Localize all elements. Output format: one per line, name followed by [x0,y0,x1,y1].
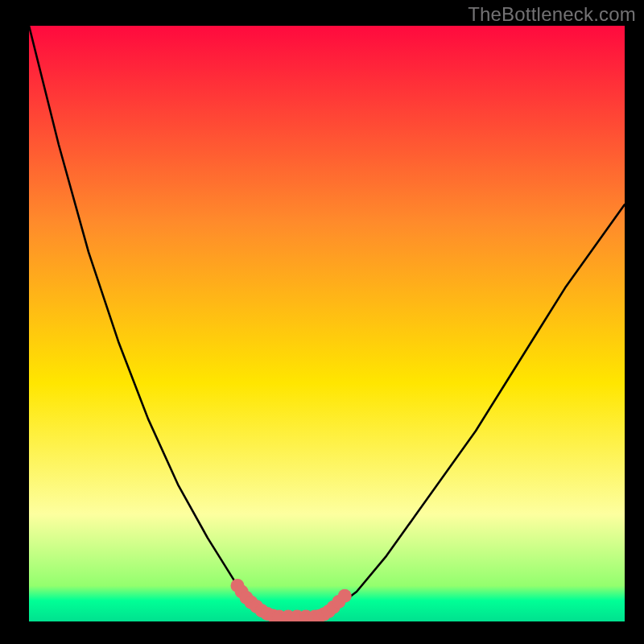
watermark-text: TheBottleneck.com [468,3,636,26]
marker-point [338,589,352,603]
chart-frame: TheBottleneck.com [0,0,644,644]
chart-plot-area [29,26,625,621]
chart-background [29,26,625,621]
